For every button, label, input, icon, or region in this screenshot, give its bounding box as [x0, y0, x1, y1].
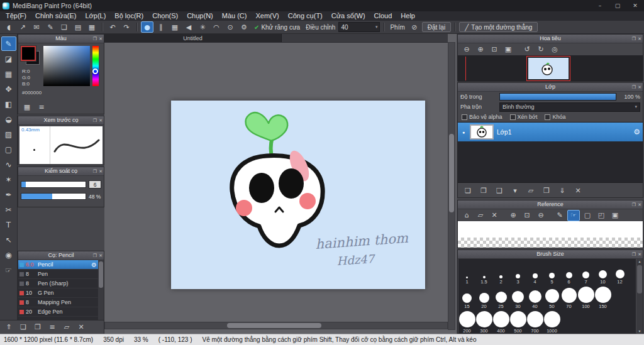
create-line-button[interactable]: ╱ Tạo một đường thẳng: [459, 22, 538, 32]
zoom-out-icon[interactable]: ⊖: [460, 44, 473, 55]
checkbox[interactable]: [462, 114, 467, 120]
brush-size-option[interactable]: 150: [594, 285, 611, 309]
brush-item[interactable]: 10 G Pen: [18, 288, 98, 298]
hand-tool[interactable]: ☞: [1, 263, 16, 277]
folder-icon[interactable]: ▱: [525, 185, 537, 197]
menu-item[interactable]: Cửa sổ(W): [327, 11, 370, 21]
lasso-tool[interactable]: ∿: [1, 157, 16, 172]
crosshatch-snap-icon[interactable]: ▦: [169, 21, 181, 33]
brush-size-option[interactable]: 200: [458, 309, 475, 334]
undo-button[interactable]: ↶: [106, 21, 119, 33]
document-icon[interactable]: ❏: [58, 21, 70, 33]
menu-item[interactable]: Bộ lọc(R): [110, 11, 148, 21]
brush-tool[interactable]: ✎: [1, 36, 16, 51]
close-panel-icon[interactable]: ✕: [99, 169, 103, 174]
brush-item[interactable]: 8 Pen (Sharp): [18, 279, 98, 288]
fit-icon[interactable]: ⊡: [521, 210, 533, 221]
image-icon[interactable]: ▣: [609, 210, 621, 221]
sliders-icon[interactable]: ≡: [35, 101, 48, 112]
canvas[interactable]: hainhim thom Hdz47: [171, 101, 425, 289]
no-key-icon[interactable]: ⊘: [408, 21, 421, 33]
panel-header[interactable]: Cọ: Pencil ❐ ✕: [18, 251, 104, 260]
brush-folder-icon[interactable]: ▱: [60, 322, 73, 333]
brush-size-option[interactable]: 300: [475, 309, 492, 334]
brush-size-option[interactable]: 15: [458, 285, 475, 309]
scrollbar-thumb[interactable]: [227, 323, 321, 328]
float-panel-icon[interactable]: ❐: [93, 118, 97, 123]
float-panel-icon[interactable]: ❐: [632, 252, 636, 257]
export-icon[interactable]: ↗: [16, 21, 29, 33]
select-tool[interactable]: ▢: [1, 142, 16, 156]
zoom-in-icon[interactable]: ⊕: [507, 210, 519, 221]
reference-preview[interactable]: [458, 221, 643, 248]
layer-checkbox[interactable]: Xén bớt: [510, 114, 538, 120]
eraser-tool[interactable]: ◪: [1, 52, 16, 66]
panel-header[interactable]: Màu ❐ ✕: [18, 35, 104, 43]
brush-size-option[interactable]: 400: [492, 309, 509, 334]
brush-size-option[interactable]: 1.5: [475, 260, 492, 285]
duplicate-layer-icon[interactable]: ❐: [477, 185, 490, 197]
float-panel-icon[interactable]: ❐: [632, 202, 636, 207]
layer-menu-icon[interactable]: ▾: [509, 185, 521, 197]
fit-screen-icon[interactable]: ⊡: [488, 44, 501, 55]
layout-icon[interactable]: ▤: [72, 21, 84, 33]
up-icon[interactable]: ⇑: [3, 322, 15, 333]
panel-header[interactable]: Xem trước cọ ❐ ✕: [18, 116, 104, 125]
brush-size-option[interactable]: 25: [492, 285, 509, 309]
brush-item[interactable]: 8 Pen: [18, 270, 98, 279]
brush-size-slider[interactable]: [21, 181, 86, 188]
delete-brush-icon[interactable]: ✕: [75, 322, 87, 333]
brush-item[interactable]: 8 Mapping Pen: [18, 298, 98, 307]
brush-size-option[interactable]: 5: [543, 260, 560, 285]
rotate-right-icon[interactable]: ↻: [535, 44, 547, 55]
canvas-tab[interactable]: Untitled: [104, 34, 282, 42]
select-pen-tool[interactable]: ✒: [1, 187, 16, 202]
add-brush-icon[interactable]: ❏: [17, 322, 30, 333]
float-panel-icon[interactable]: ❐: [93, 169, 97, 174]
text-tool[interactable]: T: [1, 217, 16, 232]
brush-size-option[interactable]: 40: [526, 285, 543, 309]
gradient-tool[interactable]: ▨: [1, 127, 16, 141]
horizontal-scrollbar[interactable]: [104, 322, 448, 329]
panel-header[interactable]: Kiểm soát cọ ❐ ✕: [18, 167, 104, 176]
brush-item[interactable]: 20 Edge Pen: [18, 307, 98, 317]
copy-layer-icon[interactable]: ❒: [540, 185, 553, 197]
checkbox[interactable]: [510, 114, 516, 120]
menu-item[interactable]: Tệp(F): [1, 11, 31, 21]
reset-button[interactable]: Đặt lại: [422, 22, 451, 32]
comment-icon[interactable]: ✉: [30, 21, 43, 33]
saturation-value-picker[interactable]: [43, 46, 90, 86]
brush-size-option[interactable]: 50: [543, 285, 560, 309]
duplicate-brush-icon[interactable]: ❐: [31, 322, 44, 333]
rotate-left-icon[interactable]: ↺: [521, 44, 533, 55]
eyedropper-tool[interactable]: ◉: [1, 248, 16, 262]
menu-item[interactable]: Lớp(L): [80, 11, 110, 21]
panel-header[interactable]: Reference ❐ ✕: [458, 200, 643, 209]
layer-checkbox[interactable]: Bảo vệ alpha: [462, 114, 502, 120]
layer-visibility-dot[interactable]: ●: [460, 130, 467, 134]
close-panel-icon[interactable]: ✕: [99, 253, 103, 258]
brush-list-scrollbar[interactable]: [98, 260, 104, 320]
close-button[interactable]: ✕: [626, 0, 644, 11]
chevron-down-icon[interactable]: ▾: [375, 25, 378, 30]
scroll-up-icon[interactable]: ▴: [636, 259, 643, 264]
brush-size-option[interactable]: 20: [475, 285, 492, 309]
foreground-color-swatch[interactable]: [21, 46, 36, 61]
menu-item[interactable]: Xem(V): [251, 11, 283, 21]
close-panel-icon[interactable]: ✕: [638, 36, 641, 41]
float-panel-icon[interactable]: ❐: [93, 253, 97, 258]
hue-slider[interactable]: [92, 46, 99, 86]
navigator-preview[interactable]: [458, 55, 643, 82]
curve-snap-icon[interactable]: ◠: [210, 21, 223, 33]
maximize-button[interactable]: ▢: [609, 0, 626, 11]
adjust-input[interactable]: 40 ▾: [338, 22, 380, 32]
bucket-tool[interactable]: ◒: [1, 112, 16, 126]
layer-item[interactable]: ● Lớp1 ⚙: [458, 123, 643, 141]
menu-item[interactable]: Help: [396, 11, 419, 21]
float-panel-icon[interactable]: ❐: [93, 36, 97, 41]
crop-icon[interactable]: ◰: [595, 210, 608, 221]
ellipse-snap-icon[interactable]: ⊙: [224, 21, 236, 33]
brush-size-option[interactable]: 100: [577, 285, 594, 309]
brush-item[interactable]: 6.0 Pencil ⚙: [18, 260, 98, 270]
hand-icon[interactable]: ☞: [567, 210, 580, 221]
